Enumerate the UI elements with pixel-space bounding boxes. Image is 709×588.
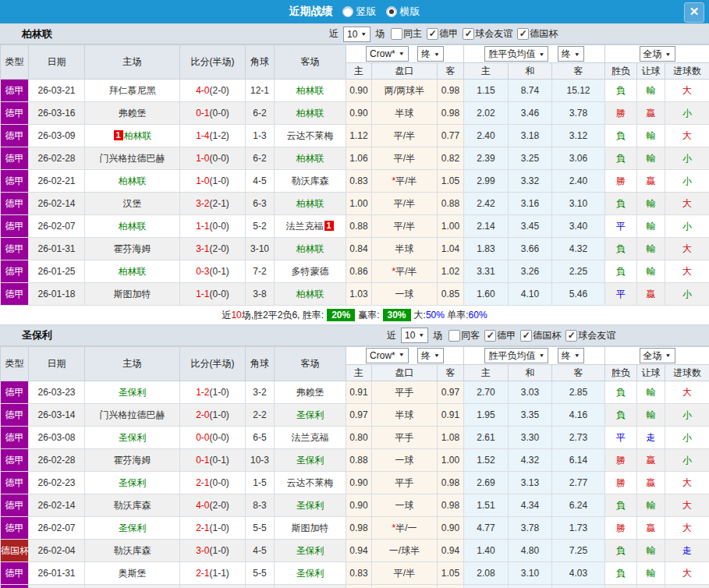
final-avg-select[interactable]: 终▼ — [558, 348, 584, 363]
handicap-away-odds: 1.05 — [438, 170, 464, 193]
handicap-result-cell: 贏 — [637, 472, 665, 494]
close-icon[interactable]: ✕ — [684, 2, 704, 23]
handicap-line: 平手 — [372, 381, 438, 404]
away-team-cell: 圣保利 — [275, 404, 346, 427]
score-cell: 3-1(2-0) — [180, 238, 246, 260]
handicap-line: *平/半 — [372, 260, 438, 283]
col-avg-draw: 和 — [509, 365, 552, 381]
score-cell: 3-0(1-0) — [180, 540, 246, 562]
goals-result-cell: 大 — [665, 562, 709, 585]
avg-away-odds: 1.80 — [552, 585, 605, 588]
league-type-badge: 德甲 — [1, 404, 29, 427]
handicap-line: *半/一 — [372, 517, 438, 540]
filter-checkbox[interactable]: ✓ — [427, 28, 438, 40]
team-name: 圣保利 — [119, 432, 147, 443]
final-avg-select[interactable]: 终▼ — [558, 46, 584, 62]
handicap-result-cell: 輸 — [637, 125, 665, 147]
fulltime-score: 2-1 — [196, 522, 209, 533]
scope-select[interactable]: 全场▼ — [640, 46, 675, 62]
avg-away-odds: 15.12 — [552, 80, 605, 102]
win-rate-label: 胜率: — [303, 309, 324, 322]
filter-checkbox[interactable]: ✓ — [463, 28, 474, 40]
filter-checkbox[interactable]: ✓ — [484, 330, 496, 342]
handicap-line: 平/半 — [372, 215, 438, 238]
match-row: 德甲26-03-14门兴格拉德巴赫2-0(1-0)2-2圣保利0.97半球0.9… — [1, 404, 709, 427]
summary-lead: 近10场,胜2平2负6, — [222, 309, 302, 322]
team-name: 圣保利 — [296, 568, 324, 579]
halftime-score: (2-1) — [210, 198, 229, 209]
handicap-home-odds: 0.94 — [346, 540, 372, 562]
match-date: 26-02-14 — [29, 193, 85, 215]
stpauli-matches-table: 类型 日期 主场 比分(半场) 角球 客场 Crow*▼ 终▼ 胜平负均值▼ 终… — [0, 346, 709, 588]
result-cell: 平 — [605, 427, 637, 449]
match-date: 26-03-16 — [29, 102, 85, 125]
score-cell: 2-1(0-0) — [180, 472, 246, 494]
team-name: 圣保利 — [119, 477, 147, 488]
filter-checkbox[interactable]: ✓ — [517, 28, 529, 40]
home-team-cell: 柏林联 — [85, 215, 180, 238]
filter-checkbox[interactable]: ✓ — [520, 330, 532, 342]
col-odds-line: 盘口 — [372, 365, 438, 381]
final-odds-select[interactable]: 终▼ — [417, 46, 444, 62]
scope-select-group: 全场▼ — [605, 45, 709, 63]
team-name: 法兰克福 — [292, 432, 329, 443]
halftime-score: (0-0) — [210, 108, 229, 119]
filter-controls: 近 10 ▼ 场 同主✓德甲✓球会友谊✓德国杯 — [328, 27, 558, 42]
filter-checkbox[interactable] — [448, 330, 460, 342]
filter-checkbox[interactable]: ✓ — [565, 330, 577, 342]
scope-select[interactable]: 全场▼ — [640, 348, 675, 363]
avg-home-odds: 2.69 — [464, 472, 509, 494]
away-team-cell: 圣保利 — [275, 449, 346, 472]
radio-horizontal-label[interactable]: 横版 — [400, 5, 420, 19]
match-count-select[interactable]: 10 ▼ — [343, 27, 370, 42]
filter-label: 球会友谊 — [578, 329, 615, 342]
avg-away-odds: 3.06 — [552, 147, 605, 170]
fulltime-score: 1-0 — [196, 153, 209, 164]
match-count-select[interactable]: 10 ▼ — [401, 328, 428, 343]
handicap-line: 平/半 — [372, 193, 438, 215]
away-team-cell: 弗赖堡 — [275, 381, 346, 404]
filter-label: 德甲 — [439, 27, 458, 41]
match-date: 26-03-09 — [29, 125, 85, 147]
filter-checkbox[interactable] — [391, 28, 402, 40]
fulltime-score: 3-0 — [196, 545, 209, 556]
col-handicap: 让球 — [637, 63, 665, 80]
final-odds-select[interactable]: 终▼ — [417, 348, 444, 363]
result-cell: 勝 — [605, 517, 637, 540]
league-type-badge: 德甲 — [1, 449, 29, 472]
handicap-home-odds: 0.84 — [346, 238, 372, 260]
avg-draw-odds: 3.78 — [509, 517, 552, 540]
avg-odds-select[interactable]: 胜平负均值▼ — [484, 46, 548, 62]
crown-odds-select[interactable]: Crow*▼ — [366, 46, 409, 62]
filter-label: 球会友谊 — [475, 27, 512, 41]
away-team-cell: 法兰克福1 — [275, 215, 346, 238]
home-team-cell: 1柏林联 — [85, 125, 180, 147]
avg-home-odds: 3.31 — [464, 260, 509, 283]
crown-odds-select[interactable]: Crow*▼ — [366, 348, 409, 363]
corner-cell: 5-5 — [246, 562, 275, 585]
halftime-score: (0-1) — [210, 266, 229, 277]
avg-home-odds: 2.02 — [464, 102, 509, 125]
avg-draw-odds: 4.80 — [509, 540, 552, 562]
corner-cell: 3-10 — [246, 238, 275, 260]
avg-home-odds: 1.40 — [464, 540, 509, 562]
radio-horizontal-layout[interactable] — [386, 6, 397, 17]
score-cell: 4-0(2-0) — [180, 80, 246, 102]
chevron-down-icon: ▼ — [434, 51, 440, 57]
chevron-down-icon: ▼ — [574, 51, 580, 56]
avg-odds-select[interactable]: 胜平负均值▼ — [484, 348, 548, 363]
radio-vertical-layout[interactable] — [342, 6, 353, 17]
matches-label: 场 — [433, 329, 442, 342]
away-team-cell: 斯图加特 — [275, 517, 346, 540]
match-date: 26-01-18 — [29, 283, 85, 306]
radio-vertical-label[interactable]: 竖版 — [356, 5, 377, 19]
col-score: 比分(半场) — [180, 45, 246, 80]
fulltime-score: 1-0 — [196, 175, 209, 186]
league-type-badge: 德甲 — [1, 562, 29, 585]
home-team-cell: 霍芬海姆 — [85, 449, 180, 472]
match-date: 26-02-07 — [29, 215, 85, 238]
fulltime-score: 2-1 — [196, 568, 209, 579]
team-name: 弗赖堡 — [119, 108, 147, 119]
avg-draw-odds: 3.26 — [509, 260, 552, 283]
result-cell: 平 — [605, 283, 637, 306]
